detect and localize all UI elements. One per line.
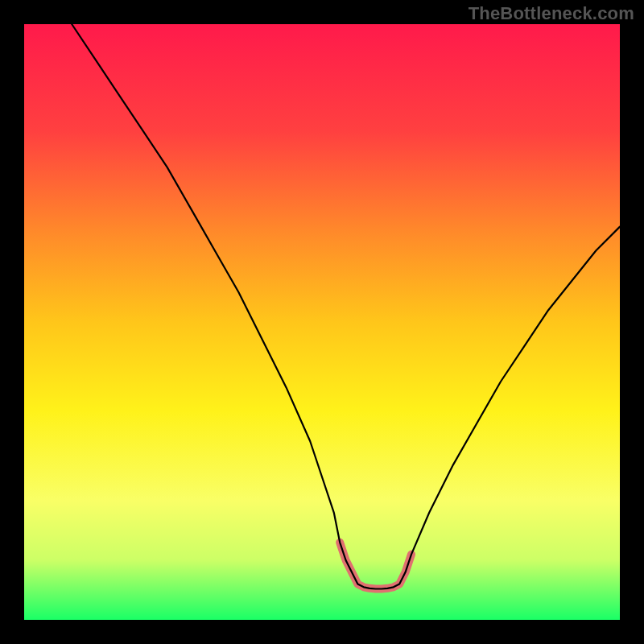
bottleneck-chart (0, 0, 644, 644)
watermark-text: TheBottleneck.com (469, 3, 634, 24)
chart-container: TheBottleneck.com (0, 0, 644, 644)
gradient-background (24, 24, 620, 620)
